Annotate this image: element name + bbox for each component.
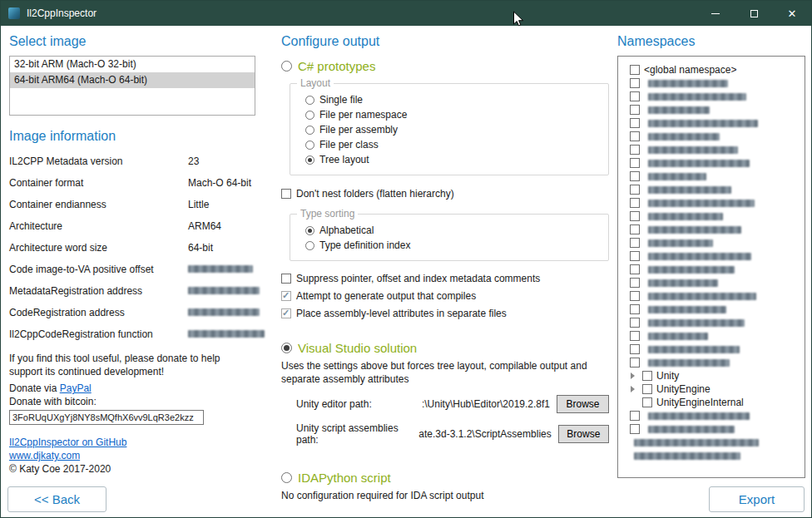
info-value: Mach-O 64-bit (188, 172, 251, 194)
namespace-checkbox[interactable] (630, 158, 640, 168)
minimize-button[interactable] (696, 1, 735, 26)
namespace-checkbox[interactable] (630, 331, 640, 341)
namespace-row[interactable] (621, 183, 801, 196)
layout-option[interactable]: Tree layout (305, 154, 600, 165)
namespace-row[interactable] (621, 156, 801, 170)
namespace-row[interactable] (621, 143, 801, 156)
namespace-row[interactable] (621, 210, 801, 223)
namespace-row[interactable] (621, 276, 801, 289)
namespace-checkbox[interactable] (630, 358, 640, 368)
layout-option[interactable]: Single file (305, 94, 600, 106)
namespace-checkbox[interactable] (630, 238, 640, 248)
github-link[interactable]: Il2CppInspector on GitHub (9, 436, 255, 449)
namespace-row[interactable]: <global namespace> (621, 63, 801, 76)
namespace-checkbox[interactable] (642, 371, 652, 381)
maximize-button[interactable] (735, 1, 773, 26)
visual-studio-solution-radio[interactable]: Visual Studio solution (281, 341, 609, 355)
namespace-checkbox[interactable] (630, 264, 640, 274)
namespace-row[interactable] (621, 409, 801, 422)
layout-options: Single file File per namespace File per … (299, 94, 600, 165)
namespace-checkbox[interactable] (630, 105, 640, 115)
namespace-row[interactable] (621, 436, 801, 449)
namespace-checkbox[interactable] (630, 251, 640, 261)
namespace-checkbox[interactable] (630, 91, 640, 101)
namespace-row[interactable] (621, 103, 801, 116)
type-sorting-option[interactable]: Type definition index (305, 239, 600, 251)
namespace-checkbox[interactable] (630, 145, 640, 155)
namespace-row[interactable] (621, 249, 801, 263)
namespace-row[interactable] (621, 196, 801, 210)
output-option-checkbox[interactable]: Suppress pointer, offset and index metad… (281, 273, 609, 284)
namespace-checkbox[interactable] (642, 384, 652, 394)
namespace-checkbox[interactable] (630, 291, 640, 301)
type-sorting-option-label: Type definition index (319, 239, 410, 251)
namespace-checkbox[interactable] (630, 118, 640, 128)
namespace-checkbox[interactable] (630, 318, 640, 328)
info-value: ARM64 (188, 215, 221, 237)
output-option-checkboxes: Suppress pointer, offset and index metad… (281, 273, 609, 319)
namespace-checkbox[interactable] (630, 278, 640, 288)
browse-editor-path-button[interactable]: Browse (557, 395, 609, 413)
namespace-checkbox[interactable] (630, 304, 640, 314)
output-option-checkbox[interactable]: Attempt to generate output that compiles (281, 290, 609, 302)
namespace-row[interactable] (621, 449, 801, 462)
type-sorting-option[interactable]: Alphabetical (305, 224, 600, 236)
image-list-item[interactable]: 32-bit ARM (Mach-O 32-bit) (10, 57, 255, 72)
namespace-row[interactable]: UnityEngine (621, 382, 801, 396)
namespace-row[interactable] (621, 329, 801, 343)
namespace-row[interactable] (621, 130, 801, 143)
back-button[interactable]: << Back (7, 486, 106, 512)
layout-option[interactable]: File per class (305, 139, 600, 150)
namespace-checkbox[interactable] (630, 411, 640, 421)
namespace-row[interactable] (621, 76, 801, 90)
namespace-row[interactable] (621, 90, 801, 103)
namespace-row[interactable] (621, 236, 801, 249)
close-button[interactable]: ✕ (773, 1, 811, 26)
bitcoin-address-input[interactable] (9, 410, 204, 425)
layout-option[interactable]: File per namespace (305, 109, 600, 121)
export-button[interactable]: Export (709, 486, 805, 512)
namespace-row[interactable] (621, 422, 801, 436)
namespace-checkbox[interactable] (630, 78, 640, 88)
expander-icon[interactable] (630, 396, 638, 409)
layout-option[interactable]: File per assembly (305, 124, 600, 136)
layout-option-label: Single file (319, 94, 363, 106)
info-label: Container format (9, 177, 83, 189)
namespace-checkbox[interactable] (630, 198, 640, 208)
namespace-row[interactable] (621, 223, 801, 236)
namespace-checkbox[interactable] (630, 171, 640, 181)
layout-groupbox: Layout Single file File per namespace (290, 83, 609, 175)
namespace-row[interactable] (621, 316, 801, 329)
namespace-row[interactable]: UnityEngineInternal (621, 396, 801, 409)
redacted-value (188, 330, 265, 338)
namespace-row[interactable] (621, 263, 801, 276)
namespace-checkbox[interactable] (642, 397, 652, 407)
namespace-row[interactable] (621, 116, 801, 130)
namespace-row[interactable] (621, 343, 801, 356)
paypal-link[interactable]: PayPal (60, 382, 92, 394)
browse-script-path-button[interactable]: Browse (558, 425, 609, 443)
namespace-row[interactable] (621, 289, 801, 303)
namespace-checkbox[interactable] (630, 344, 640, 354)
redacted-namespace (648, 359, 730, 367)
namespace-row[interactable] (621, 303, 801, 316)
namespace-checkbox[interactable] (630, 65, 640, 75)
namespace-checkbox[interactable] (630, 424, 640, 434)
redacted-value (188, 265, 253, 273)
image-list-item[interactable]: 64-bit ARM64 (Mach-O 64-bit) (10, 72, 255, 88)
website-link[interactable]: www.djkaty.com (9, 449, 255, 462)
namespace-checkbox[interactable] (630, 185, 640, 195)
namespace-checkbox[interactable] (630, 131, 640, 141)
namespace-row[interactable] (621, 170, 801, 183)
namespace-row[interactable] (621, 356, 801, 369)
namespace-checkbox[interactable] (630, 224, 640, 234)
namespace-row[interactable]: Unity (621, 369, 801, 382)
expander-icon[interactable] (630, 369, 638, 382)
unity-script-path-value: ate.3d-3.1.2\ScriptAssemblies (418, 428, 551, 440)
idapython-script-radio[interactable]: IDAPython script (281, 471, 609, 485)
csharp-prototypes-radio[interactable]: C# prototypes (281, 59, 609, 73)
output-option-checkbox[interactable]: Place assembly-level attributes in separ… (281, 308, 609, 319)
expander-icon[interactable] (630, 382, 638, 396)
namespace-checkbox[interactable] (630, 211, 640, 221)
flatten-hierarchy-checkbox[interactable]: Don't nest folders (flatten hierarchy) (281, 188, 609, 200)
